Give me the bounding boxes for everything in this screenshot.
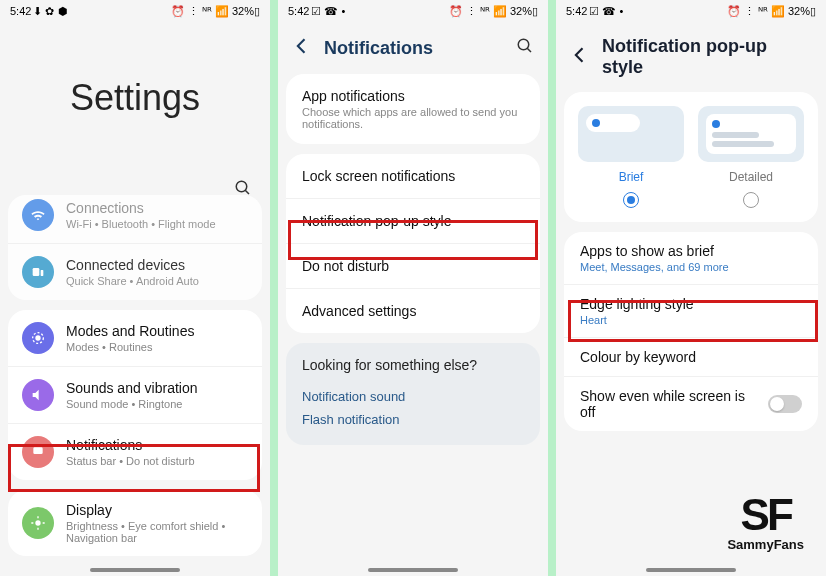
item-title: Notification pop-up style — [302, 213, 451, 229]
logo-text: SF — [727, 495, 804, 535]
style-label: Detailed — [729, 170, 773, 184]
item-subtitle: Quick Share • Android Auto — [66, 275, 248, 287]
back-icon[interactable] — [570, 45, 590, 69]
style-label: Brief — [619, 170, 644, 184]
devices-icon — [22, 256, 54, 288]
status-left-icons: ⬇ ✿ ⬢ — [33, 5, 67, 18]
item-title: Connected devices — [66, 257, 248, 273]
style-picker: Brief Detailed — [564, 92, 818, 222]
back-icon[interactable] — [292, 36, 312, 60]
phone-popup-style: 5:42 ☑ ☎ • ⏰ ⋮ ᴺᴿ 📶 32%▯ Notification po… — [556, 0, 826, 576]
settings-item-connections[interactable]: Connections Wi-Fi • Bluetooth • Flight m… — [8, 195, 262, 244]
item-title: Sounds and vibration — [66, 380, 248, 396]
sound-icon — [22, 379, 54, 411]
settings-item-colour-keyword[interactable]: Colour by keyword — [564, 338, 818, 377]
style-option-brief[interactable]: Brief — [578, 106, 684, 208]
status-bar: 5:42 ⬇ ✿ ⬢ ⏰ ⋮ ᴺᴿ 📶 32%▯ — [0, 0, 270, 22]
svg-point-7 — [34, 448, 36, 450]
toggle-screen-off[interactable] — [768, 395, 802, 413]
status-time: 5:42 — [566, 5, 587, 17]
status-time: 5:42 — [288, 5, 309, 17]
settings-item-notifications[interactable]: Notifications Status bar • Do not distur… — [8, 424, 262, 480]
item-title: Advanced settings — [302, 303, 416, 319]
svg-line-14 — [527, 48, 531, 52]
nav-bar[interactable] — [368, 568, 458, 572]
watermark: SF SammyFans — [727, 495, 804, 552]
logo-subtext: SammyFans — [727, 537, 804, 552]
item-title: Colour by keyword — [580, 349, 696, 365]
status-right-icons: ⏰ ⋮ ᴺᴿ 📶 32%▯ — [727, 5, 816, 18]
status-right-icons: ⏰ ⋮ ᴺᴿ 📶 32%▯ — [171, 5, 260, 18]
svg-rect-6 — [33, 447, 42, 454]
item-subtitle: Wi-Fi • Bluetooth • Flight mode — [66, 218, 248, 230]
settings-group-3: Display Brightness • Eye comfort shield … — [8, 490, 262, 556]
search-icon[interactable] — [516, 37, 534, 59]
item-title: Lock screen notifications — [302, 168, 455, 184]
status-left-icons: ☑ ☎ • — [311, 5, 345, 18]
item-subtitle: Status bar • Do not disturb — [66, 455, 248, 467]
item-title: App notifications — [302, 88, 524, 104]
svg-rect-2 — [33, 268, 40, 276]
notifications-options-group: Lock screen notifications Notification p… — [286, 154, 540, 333]
status-left-icons: ☑ ☎ • — [589, 5, 623, 18]
notifications-icon — [22, 436, 54, 468]
item-title: Do not disturb — [302, 258, 389, 274]
item-title: Apps to show as brief — [580, 243, 802, 259]
settings-item-modes[interactable]: Modes and Routines Modes • Routines — [8, 310, 262, 367]
page-title: Notifications — [324, 38, 504, 59]
settings-item-show-screen-off[interactable]: Show even while screen is off — [564, 377, 818, 431]
header: Notifications — [278, 22, 548, 74]
phone-notifications: 5:42 ☑ ☎ • ⏰ ⋮ ᴺᴿ 📶 32%▯ Notifications A… — [278, 0, 548, 576]
svg-point-0 — [236, 181, 247, 192]
settings-item-apps-brief[interactable]: Apps to show as brief Meet, Messages, an… — [564, 232, 818, 285]
style-option-detailed[interactable]: Detailed — [698, 106, 804, 208]
looking-title: Looking for something else? — [302, 357, 524, 373]
item-subtitle: Choose which apps are allowed to send yo… — [302, 106, 524, 130]
detailed-preview — [698, 106, 804, 162]
item-subtitle: Sound mode • Ringtone — [66, 398, 248, 410]
svg-point-13 — [518, 39, 529, 50]
svg-point-8 — [35, 520, 40, 525]
settings-item-lock-screen[interactable]: Lock screen notifications — [286, 154, 540, 199]
link-flash-notification[interactable]: Flash notification — [302, 408, 524, 431]
item-title: Show even while screen is off — [580, 388, 756, 420]
radio-detailed[interactable] — [743, 192, 759, 208]
item-subtitle: Heart — [580, 314, 802, 326]
radio-brief[interactable] — [623, 192, 639, 208]
item-title: Display — [66, 502, 248, 518]
svg-point-4 — [35, 335, 40, 340]
display-icon — [22, 507, 54, 539]
brief-preview — [578, 106, 684, 162]
nav-bar[interactable] — [90, 568, 180, 572]
settings-item-edge-lighting[interactable]: Edge lighting style Heart — [564, 285, 818, 338]
link-notification-sound[interactable]: Notification sound — [302, 385, 524, 408]
modes-icon — [22, 322, 54, 354]
item-subtitle: Modes • Routines — [66, 341, 248, 353]
item-subtitle: Meet, Messages, and 69 more — [580, 261, 802, 273]
settings-item-app-notifications[interactable]: App notifications Choose which apps are … — [286, 74, 540, 144]
settings-item-display[interactable]: Display Brightness • Eye comfort shield … — [8, 490, 262, 556]
settings-group-2: Modes and Routines Modes • Routines Soun… — [8, 310, 262, 480]
app-notifications-group: App notifications Choose which apps are … — [286, 74, 540, 144]
header: Notification pop-up style — [556, 22, 826, 92]
looking-group: Looking for something else? Notification… — [286, 343, 540, 445]
page-title: Settings — [0, 22, 270, 179]
status-bar: 5:42 ☑ ☎ • ⏰ ⋮ ᴺᴿ 📶 32%▯ — [556, 0, 826, 22]
settings-item-dnd[interactable]: Do not disturb — [286, 244, 540, 289]
wifi-icon — [22, 199, 54, 231]
settings-item-sounds[interactable]: Sounds and vibration Sound mode • Ringto… — [8, 367, 262, 424]
settings-item-connected-devices[interactable]: Connected devices Quick Share • Android … — [8, 244, 262, 300]
settings-item-popup-style[interactable]: Notification pop-up style — [286, 199, 540, 244]
nav-bar[interactable] — [646, 568, 736, 572]
page-title: Notification pop-up style — [602, 36, 812, 78]
item-title: Notifications — [66, 437, 248, 453]
item-subtitle: Brightness • Eye comfort shield • Naviga… — [66, 520, 248, 544]
svg-rect-3 — [41, 270, 44, 276]
settings-item-advanced[interactable]: Advanced settings — [286, 289, 540, 333]
popup-settings-group: Apps to show as brief Meet, Messages, an… — [564, 232, 818, 431]
status-right-icons: ⏰ ⋮ ᴺᴿ 📶 32%▯ — [449, 5, 538, 18]
item-title: Edge lighting style — [580, 296, 802, 312]
settings-group-1: Connections Wi-Fi • Bluetooth • Flight m… — [8, 195, 262, 300]
status-time: 5:42 — [10, 5, 31, 17]
phone-settings: 5:42 ⬇ ✿ ⬢ ⏰ ⋮ ᴺᴿ 📶 32%▯ Settings Connec… — [0, 0, 270, 576]
